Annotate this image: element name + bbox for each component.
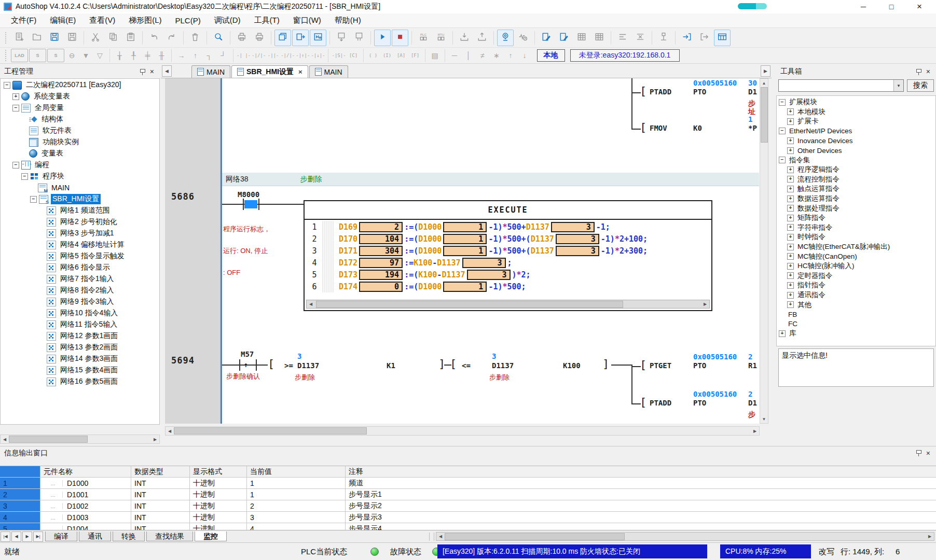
comment-cell[interactable]: 步号显示1 <box>346 489 936 500</box>
contact-falling-button[interactable]: -|↓|- <box>311 49 325 62</box>
device-name-cell[interactable]: ...D1003 <box>40 512 131 523</box>
project-tree-item[interactable]: 网络9 指令3输入 <box>39 297 115 307</box>
line-delete-all-button[interactable]: ∗ <box>490 49 503 62</box>
project-tree-item[interactable]: MAIN <box>30 183 71 193</box>
expand-icon[interactable]: + <box>787 108 794 115</box>
save-all-button[interactable] <box>64 30 80 46</box>
editor-tab[interactable]: MAIN <box>309 65 348 78</box>
toolbox-tree-item[interactable]: +定时器指令 <box>787 271 834 281</box>
menu-item[interactable]: 调试(D) <box>208 14 247 27</box>
scroll-left-icon[interactable]: ◀ <box>436 533 445 541</box>
merge-row-button[interactable]: ╫ <box>155 49 168 62</box>
result-operand[interactable]: D1 <box>748 88 757 96</box>
device-name-cell[interactable]: ...D1001 <box>40 489 131 500</box>
project-tree-item[interactable]: 网络5 指令显示触发 <box>39 251 126 261</box>
online-write-button[interactable] <box>556 30 572 46</box>
execute-block[interactable]: EXECUTE 1D1692:=(D10001-1)*500+D11373-1;… <box>304 200 712 311</box>
row-number-cell[interactable]: 2 <box>0 489 40 500</box>
draw-line-right-button[interactable]: → <box>175 49 188 62</box>
next-tab-icon[interactable]: ▶ <box>22 531 32 542</box>
lad-mode-button[interactable]: LAD <box>11 49 28 62</box>
project-tree-hscrollbar[interactable]: ◀ ▶ <box>0 435 160 444</box>
compare-device[interactable]: D1137 <box>297 361 319 370</box>
project-tree-item[interactable]: 网络14 参数3画面 <box>39 354 119 364</box>
expand-icon[interactable]: + <box>787 292 794 299</box>
output-hscrollbar[interactable]: ◀ ▶ <box>436 532 934 541</box>
watch-table-row[interactable]: 5...D1004INT十进制4步号显示4 <box>0 523 936 530</box>
window-cascade-button[interactable] <box>274 30 291 46</box>
expand-icon[interactable]: + <box>787 263 794 270</box>
toolbox-tree-item[interactable]: +矩阵指令 <box>787 213 827 223</box>
current-value-cell[interactable]: 1 <box>247 489 346 500</box>
expand-icon[interactable]: + <box>787 118 794 125</box>
project-tree-item[interactable]: 网络12 参数1画面 <box>39 331 119 341</box>
toolbox-tree-item[interactable]: +Inovance Devices <box>787 135 855 146</box>
open-project-button[interactable] <box>29 30 45 46</box>
project-tree-item[interactable]: 网络6 指令显示 <box>39 262 112 273</box>
menu-item[interactable]: 窗口(W) <box>286 14 328 27</box>
collapse-icon[interactable]: − <box>30 196 37 203</box>
project-tree-item[interactable]: −SBR_HMI设置 <box>30 194 101 204</box>
data-type-cell[interactable]: INT <box>131 489 190 500</box>
comment-cell[interactable]: 步号显示3 <box>346 512 936 523</box>
toolbox-tree-item[interactable]: +时钟指令 <box>787 232 827 242</box>
contact-open-b-button[interactable]: -||- <box>267 49 280 62</box>
watch-table-row[interactable]: 3...D1002INT十进制2步号显示2 <box>0 500 936 512</box>
scroll-thumb[interactable] <box>316 301 623 308</box>
collapse-icon[interactable]: − <box>4 82 10 89</box>
project-tree-item[interactable]: 网络2 步号初始化 <box>39 217 119 227</box>
toolbox-tree-item[interactable]: −扩展模块 <box>779 97 819 107</box>
coil-output-button[interactable]: ( ) <box>367 49 380 62</box>
output-tab[interactable]: 转换 <box>113 531 145 541</box>
project-tree-item[interactable]: 网络16 参数5画面 <box>39 376 119 387</box>
collapse-icon[interactable]: − <box>779 157 786 163</box>
plc-config-button[interactable]: PLC <box>415 30 432 46</box>
tab-scroll-left-icon[interactable]: ◀ <box>162 65 172 77</box>
project-tree-item[interactable]: 网络13 参数2画面 <box>39 342 119 353</box>
func-instruction-button[interactable]: [F] <box>409 49 422 62</box>
compare-device[interactable]: D1137 <box>492 361 514 370</box>
logout-button[interactable] <box>696 30 713 46</box>
operand-value-box[interactable]: 1 <box>443 234 487 244</box>
device-name-cell[interactable]: ...D1002 <box>40 500 131 511</box>
display-format-cell[interactable]: 十进制 <box>190 512 247 523</box>
shortcut-settings-button[interactable] <box>310 30 326 46</box>
rising-edge-icon[interactable]: ↑ <box>244 361 248 369</box>
cut-button[interactable] <box>87 30 104 46</box>
find-button[interactable] <box>210 30 227 46</box>
prev-tab-icon[interactable]: ◀ <box>11 531 21 542</box>
toolbox-tree-item[interactable]: +流程控制指令 <box>787 174 841 185</box>
tab-scroll-right-icon[interactable]: ▶ <box>761 65 770 77</box>
browse-dots-icon[interactable]: ... <box>44 514 63 521</box>
scroll-thumb[interactable] <box>761 87 768 143</box>
pin-icon[interactable] <box>140 68 146 75</box>
expand-icon[interactable]: + <box>787 137 794 144</box>
counter-button[interactable]: [C] <box>347 49 360 62</box>
close-panel-icon[interactable]: × <box>148 67 156 76</box>
browse-dots-icon[interactable]: ... <box>44 503 63 509</box>
project-tree-item[interactable]: 网络1 频道范围 <box>39 205 112 216</box>
operand-value-box[interactable]: 1 <box>443 222 487 232</box>
expand-icon[interactable]: + <box>787 234 794 241</box>
delete-row-button[interactable]: ╪ <box>141 49 154 62</box>
operand-value-box[interactable]: 2 <box>359 222 403 232</box>
close-panel-icon[interactable]: × <box>925 67 932 76</box>
menu-item[interactable]: 梯形图(L) <box>122 14 168 27</box>
scroll-right-icon[interactable]: ▶ <box>926 533 934 541</box>
watch-table-row[interactable]: 1...D1000INT十进制1频道 <box>0 478 936 489</box>
line-horizontal-button[interactable]: ─ <box>448 49 461 62</box>
operand-value-box[interactable]: 304 <box>359 246 403 256</box>
sbr-view-button[interactable]: S <box>29 49 46 62</box>
expand-icon[interactable]: + <box>787 215 794 221</box>
result-operand[interactable]: R1 <box>748 361 757 370</box>
toolbox-tree-item[interactable]: +通讯指令 <box>787 290 827 300</box>
toolbox-tree-item[interactable]: +扩展卡 <box>787 116 820 127</box>
operand-value-box[interactable]: 1 <box>443 282 487 292</box>
toolbox-tree-item[interactable]: +库 <box>779 328 798 339</box>
data-type-cell[interactable]: INT <box>131 500 190 511</box>
grid-view-2-button[interactable] <box>591 30 608 46</box>
instruction-name[interactable]: PTADD <box>650 88 671 96</box>
data-type-cell[interactable]: INT <box>131 478 190 488</box>
project-tree-item[interactable]: −程序块 <box>21 171 66 181</box>
expand-icon[interactable]: + <box>787 301 794 308</box>
